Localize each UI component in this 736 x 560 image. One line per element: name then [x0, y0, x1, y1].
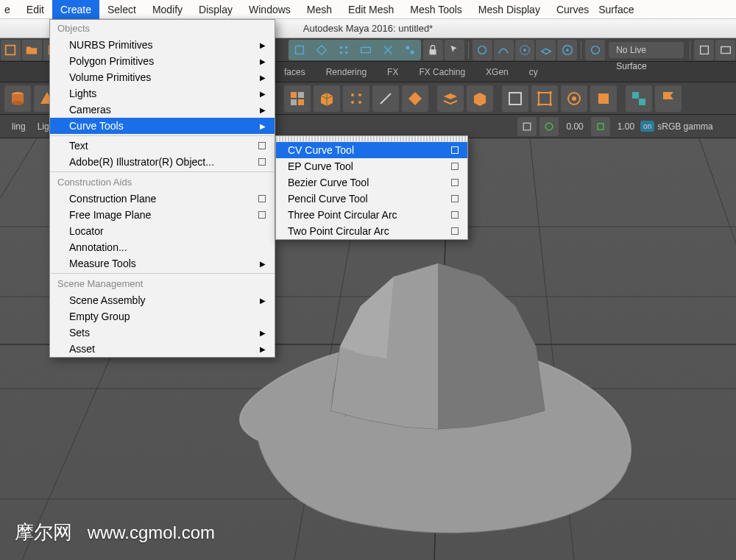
menu-curves[interactable]: Curves: [548, 0, 597, 19]
option-box-icon[interactable]: [451, 195, 459, 202]
exposure-icon[interactable]: [539, 117, 559, 136]
menu-item-empty-group[interactable]: Empty Group: [50, 308, 275, 325]
menu-edit-mesh[interactable]: Edit Mesh: [340, 0, 402, 19]
menu-item-cameras[interactable]: Cameras▶: [50, 102, 275, 118]
submenu-item-ep-curve-tool[interactable]: EP Curve Tool: [276, 158, 467, 174]
menu-select[interactable]: Select: [99, 0, 144, 19]
shelf-box-icon[interactable]: [467, 85, 493, 112]
select-by-component-icon[interactable]: [333, 40, 354, 60]
menu-item-annotation-[interactable]: Annotation...: [50, 239, 275, 255]
shelf-target-icon[interactable]: [561, 85, 587, 112]
menu-edit[interactable]: Edit: [18, 0, 52, 19]
menu-mesh-tools[interactable]: Mesh Tools: [402, 0, 470, 19]
submenu-item-bezier-curve-tool[interactable]: Bezier Curve Tool: [276, 174, 467, 191]
menu-item-construction-plane[interactable]: Construction Plane: [50, 191, 275, 207]
open-scene-icon[interactable]: [22, 40, 42, 60]
snap-live-icon[interactable]: [557, 40, 577, 60]
menu-item-text[interactable]: Text: [50, 138, 275, 154]
shelf-edit-icon[interactable]: [372, 85, 399, 112]
gamma-value[interactable]: 1.00: [612, 121, 640, 132]
menu-item-curve-tools[interactable]: Curve Tools▶: [50, 118, 275, 134]
option-box-icon[interactable]: [258, 158, 266, 166]
menu-item-free-image-plane[interactable]: Free Image Plane: [50, 207, 275, 223]
highlight-select-icon[interactable]: [445, 40, 464, 60]
menu-display[interactable]: Display: [191, 0, 241, 19]
menu-item-lights[interactable]: Lights▶: [50, 85, 275, 102]
select-mask-icon[interactable]: [355, 40, 376, 60]
make-live-icon[interactable]: [585, 40, 605, 60]
option-box-icon[interactable]: [258, 195, 266, 202]
shelf-layers-icon[interactable]: [437, 85, 464, 112]
option-box-icon[interactable]: [451, 227, 459, 235]
gamma-icon[interactable]: [591, 117, 610, 136]
submenu-item-pencil-curve-tool[interactable]: Pencil Curve Tool: [276, 191, 467, 207]
option-box-icon[interactable]: [451, 211, 459, 219]
submenu-item-cv-curve-tool[interactable]: CV Curve Tool: [276, 142, 467, 158]
option-box-icon[interactable]: [451, 146, 459, 154]
shelf-quad-icon[interactable]: [590, 85, 617, 112]
lock-icon[interactable]: [423, 40, 443, 60]
menu-section-construction-aids: Construction Aids: [50, 174, 275, 191]
shelf-flag-icon[interactable]: [655, 85, 682, 112]
shelf-checker-icon[interactable]: [626, 85, 652, 112]
menu-windows[interactable]: Windows: [241, 0, 299, 19]
shelf-tab-xgen[interactable]: XGen: [475, 62, 519, 82]
select-misc-icon[interactable]: [378, 40, 398, 60]
construction-history-icon[interactable]: [694, 40, 714, 60]
menu-item-volume-primitives[interactable]: Volume Primitives▶: [50, 69, 275, 85]
colorspace-label[interactable]: sRGB gamma: [657, 121, 712, 132]
menu-item-nurbs-primitives[interactable]: NURBS Primitives▶: [50, 37, 275, 53]
live-surface-label[interactable]: No Live Surface: [609, 42, 684, 58]
isolate-icon[interactable]: [517, 117, 537, 136]
option-box-icon[interactable]: [451, 179, 459, 186]
svg-line-53: [0, 138, 37, 560]
svg-point-31: [351, 101, 354, 104]
option-box-icon[interactable]: [258, 211, 266, 219]
watermark-cn: 摩尔网: [15, 521, 72, 543]
selection-priority-icon[interactable]: [400, 40, 420, 60]
menu-item-polygon-primitives[interactable]: Polygon Primitives▶: [50, 53, 275, 69]
submenu-item-two-point-circular-arc[interactable]: Two Point Circular Arc: [276, 223, 467, 239]
menu-item-scene-assembly[interactable]: Scene Assembly▶: [50, 292, 275, 308]
option-box-icon[interactable]: [451, 163, 459, 170]
menu-create[interactable]: Create: [52, 0, 99, 19]
svg-rect-12: [430, 49, 436, 54]
shelf-cube-icon[interactable]: [314, 85, 340, 112]
shelf-cylinder-icon[interactable]: [4, 85, 31, 112]
shelf-tab-cy[interactable]: cy: [519, 62, 548, 82]
svg-rect-20: [721, 46, 730, 53]
shelf-grid-icon[interactable]: [284, 85, 311, 112]
menu-mesh-display[interactable]: Mesh Display: [470, 0, 548, 19]
menu-item-sets[interactable]: Sets▶: [50, 325, 275, 341]
menu-item-adobe-r-illustrator-r-object-[interactable]: Adobe(R) Illustrator(R) Object...: [50, 154, 275, 170]
snap-curve-icon[interactable]: [494, 40, 514, 60]
svg-point-18: [591, 46, 599, 54]
submenu-item-three-point-circular-arc[interactable]: Three Point Circular Arc: [276, 207, 467, 223]
select-by-hierarchy-icon[interactable]: [289, 40, 310, 60]
menu-item-asset[interactable]: Asset▶: [50, 341, 275, 357]
new-scene-icon[interactable]: [1, 40, 21, 60]
shelf-frame-icon[interactable]: [502, 85, 528, 112]
submenu-grip[interactable]: [276, 136, 467, 142]
shelf-transform-icon[interactable]: [531, 85, 558, 112]
option-box-icon[interactable]: [258, 142, 266, 149]
shelf-tab-faces[interactable]: faces: [280, 62, 316, 82]
shelf-dots-icon[interactable]: [343, 85, 369, 112]
menu-item-measure-tools[interactable]: Measure Tools▶: [50, 255, 275, 272]
shelf-tab-rendering[interactable]: Rendering: [316, 62, 377, 82]
exposure-value[interactable]: 0.00: [560, 121, 589, 132]
snap-point-icon[interactable]: [515, 40, 535, 60]
shelf-tab-fx-caching[interactable]: FX Caching: [408, 62, 475, 82]
svg-rect-42: [598, 93, 609, 104]
menu-modify[interactable]: Modify: [144, 0, 191, 19]
render-icon[interactable]: [715, 40, 735, 60]
menu-surface[interactable]: Surface: [597, 0, 642, 19]
menu-item-locator[interactable]: Locator: [50, 223, 275, 239]
snap-grid-icon[interactable]: [473, 40, 492, 60]
shelf-diamond-icon[interactable]: [402, 85, 428, 112]
select-by-object-icon[interactable]: [311, 40, 332, 60]
menu-e[interactable]: e: [3, 0, 18, 19]
snap-plane-icon[interactable]: [536, 40, 556, 60]
shelf-tab-fx[interactable]: FX: [377, 62, 408, 82]
menu-mesh[interactable]: Mesh: [299, 0, 340, 19]
